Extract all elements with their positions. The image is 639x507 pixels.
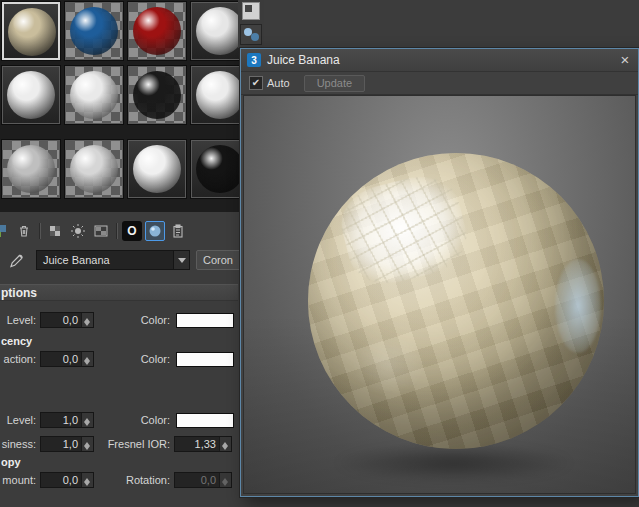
auto-checkbox[interactable]: ✔ [249,76,263,90]
spin-up-icon[interactable] [82,473,93,480]
material-slot[interactable] [2,66,60,124]
side-toolbar [238,0,264,48]
rollout-label: opy [1,456,21,468]
param-label: Color: [96,314,170,326]
param-label: siness: [0,438,36,450]
blue-side-reflection [555,259,601,353]
eyedropper-icon[interactable] [8,251,26,269]
material-name-row: Juice Banana Coron [0,250,240,272]
backlight-icon[interactable] [68,221,88,241]
spin-down-icon[interactable] [82,320,93,327]
window-title: Juice Banana [267,53,340,67]
assign-material-icon[interactable] [0,221,11,241]
background-icon[interactable] [91,221,111,241]
rollout-label: cency [1,335,32,347]
material-slot[interactable] [2,140,60,198]
param-row: Level:1,0Color: [0,412,240,429]
param-label: mount: [0,474,36,486]
spin-down-icon[interactable] [220,480,231,487]
spin-up-icon[interactable] [82,352,93,359]
spin-down-icon[interactable] [82,420,93,427]
numbered-material-sphere [70,145,118,193]
param-field[interactable]: 0,0 [40,472,94,488]
white-checker-material-sphere [70,71,118,119]
param-field[interactable]: 0,0 [174,472,232,488]
render-preview-window: 3 Juice Banana × ✔ Auto Update [240,48,639,497]
rollout-options[interactable]: ptions [0,284,238,301]
param-label: Fresnel IOR: [96,438,170,450]
white-material-sphere [196,7,244,55]
spinner[interactable] [219,473,231,487]
close-icon[interactable]: × [616,51,634,69]
spinner[interactable] [81,437,93,451]
material-slot[interactable] [65,66,123,124]
window-titlebar[interactable]: 3 Juice Banana × [241,49,638,72]
spinner[interactable] [81,313,93,327]
material-slot-grid [0,0,254,212]
sphere-dot-icon [251,33,259,41]
material-slot[interactable] [2,2,60,60]
material-editor-screen: O Juice Banana Coron ptions cency opy Le… [0,0,639,507]
render-viewport [243,95,636,494]
chevron-down-icon[interactable] [173,251,189,269]
rollout-anisotropy[interactable]: opy [0,454,238,471]
blue-glass-material-sphere [70,7,118,55]
spinner[interactable] [81,473,93,487]
spin-up-icon[interactable] [220,473,231,480]
material-preview-sphere [308,153,604,449]
spin-up-icon[interactable] [82,313,93,320]
black-glossy-material-sphere [133,71,181,119]
material-slot[interactable] [128,66,186,124]
rollout-label: ptions [1,286,37,300]
spin-down-icon[interactable] [220,444,231,451]
material-override-icon[interactable]: O [122,221,142,241]
sample-spheres-button[interactable] [240,24,262,45]
spin-down-icon[interactable] [82,359,93,366]
shaded-material-icon[interactable] [145,221,165,241]
preview-toolbar: ✔ Auto Update [241,72,638,95]
param-field[interactable]: 0,0 [40,351,94,367]
pick-material-icon[interactable] [168,221,188,241]
color-swatch[interactable] [176,413,234,428]
spin-down-icon[interactable] [82,480,93,487]
param-row: Level:0,0Color: [0,312,240,329]
white-material-sphere [196,71,244,119]
rollout-translucency[interactable]: cency [0,333,238,350]
white-material-sphere [133,145,181,193]
spin-up-icon[interactable] [82,437,93,444]
spin-up-icon[interactable] [82,413,93,420]
param-field[interactable]: 0,0 [40,312,94,328]
param-field[interactable]: 1,0 [40,436,94,452]
material-slot[interactable] [65,140,123,198]
toolbar-separator [116,223,118,239]
material-name-select[interactable]: Juice Banana [36,250,190,270]
auto-checkbox-label[interactable]: Auto [267,77,290,89]
param-label: Color: [96,414,170,426]
param-field[interactable]: 1,0 [40,412,94,428]
param-label: Rotation: [96,474,170,486]
param-label: Color: [96,353,170,365]
material-slot[interactable] [128,140,186,198]
checker-icon[interactable] [45,221,65,241]
material-slot[interactable] [65,2,123,60]
param-field[interactable]: 1,33 [174,436,232,452]
update-button[interactable]: Update [304,75,365,92]
param-row: action:0,0Color: [0,351,240,368]
param-label: Level: [0,314,36,326]
beige-material-sphere [8,8,56,56]
material-params-panel: O Juice Banana Coron ptions cency opy Le… [0,212,240,507]
spinner[interactable] [219,437,231,451]
color-swatch[interactable] [176,352,234,367]
color-swatch[interactable] [176,313,234,328]
spin-down-icon[interactable] [82,444,93,451]
material-slot[interactable] [128,2,186,60]
spin-up-icon[interactable] [220,437,231,444]
black-material-sphere [196,145,244,193]
spinner[interactable] [81,413,93,427]
delete-icon[interactable] [14,221,34,241]
spinner[interactable] [81,352,93,366]
dock-button[interactable] [242,2,260,20]
material-toolbar: O [0,220,191,242]
param-row: siness:1,0Fresnel IOR:1,33 [0,436,240,453]
param-label: Level: [0,414,36,426]
